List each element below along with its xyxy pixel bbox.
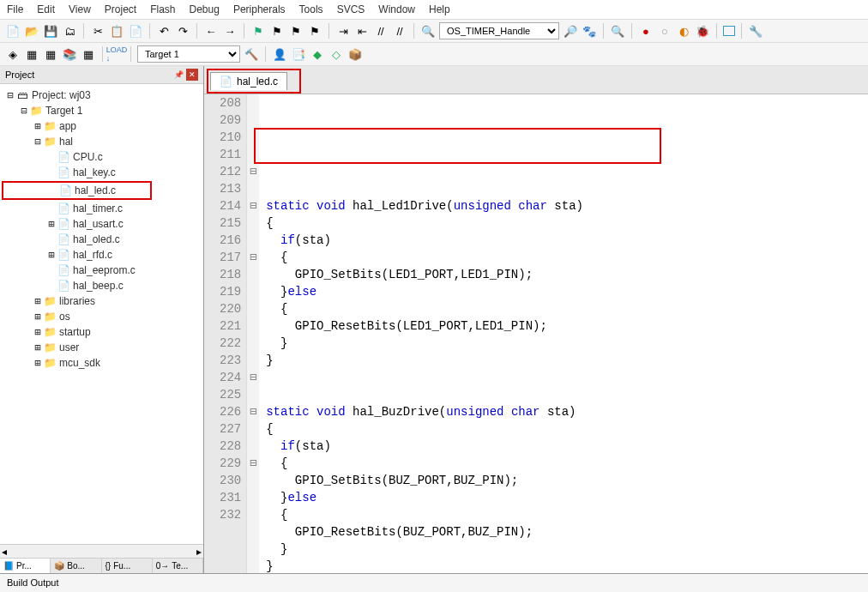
editor-tab-hal-led[interactable]: 📄 hal_led.c (210, 72, 287, 90)
search-combo[interactable]: OS_TIMER_Handle (439, 22, 559, 39)
tree-item-hal-eeprom-c[interactable]: 📄hal_eeprom.c (2, 263, 202, 278)
menu-edit[interactable]: Edit (37, 3, 55, 15)
code-line[interactable]: GPIO_ResetBits(LED1_PORT,LED1_PIN); (266, 317, 868, 335)
code-line[interactable]: if(sta) (266, 438, 868, 455)
tree-item-cpu-c[interactable]: 📄CPU.c (2, 149, 202, 165)
code-line[interactable]: GPIO_SetBits(BUZ_PORT,BUZ_PIN); (266, 472, 868, 489)
tree-expander[interactable]: ⊞ (33, 120, 43, 132)
build-icon[interactable]: ▦ (24, 46, 39, 62)
tree-item-mcu-sdk[interactable]: ⊞📁mcu_sdk (2, 355, 202, 371)
tree-item-target-1[interactable]: ⊟📁Target 1 (2, 103, 202, 118)
stop-build-icon[interactable]: ▦ (81, 46, 96, 62)
tree-item-libraries[interactable]: ⊞📁libraries (2, 293, 202, 309)
tree-item-hal-key-c[interactable]: 📄hal_key.c (2, 165, 202, 180)
code-line[interactable]: { (266, 300, 868, 317)
panel-tab-te[interactable]: 0→Te... (153, 559, 203, 573)
uncomment-icon[interactable]: // (392, 23, 407, 39)
tree-item-app[interactable]: ⊞📁app (2, 118, 202, 134)
tree-expander[interactable]: ⊞ (33, 311, 43, 323)
file-extensions-icon[interactable]: 📑 (291, 46, 306, 62)
breakpoint-insert-icon[interactable]: ● (638, 23, 654, 39)
incremental-find-icon[interactable]: 🐾 (582, 23, 597, 39)
fold-marker[interactable] (247, 317, 259, 335)
code-line[interactable]: } (266, 558, 868, 573)
panel-tab-fu[interactable]: {}Fu... (102, 559, 153, 573)
menu-svcs[interactable]: SVCS (337, 3, 365, 15)
code-line[interactable] (266, 386, 868, 403)
comment-icon[interactable]: // (373, 23, 389, 39)
tree-item-hal[interactable]: ⊟📁hal (2, 134, 202, 149)
code-line[interactable]: if(sta) (266, 232, 868, 249)
tree-expander[interactable]: ⊞ (33, 341, 43, 353)
code-line[interactable]: static void hal_BuzDrive(unsigned char s… (266, 403, 868, 420)
bookmark-next-icon[interactable]: ⚑ (288, 23, 304, 39)
fold-marker[interactable] (247, 438, 259, 455)
menu-view[interactable]: View (69, 3, 91, 15)
close-icon[interactable]: ✕ (186, 69, 198, 81)
fold-marker[interactable] (247, 266, 259, 283)
manage-project-icon[interactable]: 👤 (272, 46, 287, 62)
menu-tools[interactable]: Tools (299, 3, 323, 15)
menu-peripherals[interactable]: Peripherals (233, 3, 286, 15)
project-tree[interactable]: ⊟🗃Project: wj03⊟📁Target 1⊞📁app⊟📁hal📄CPU.… (0, 84, 203, 544)
panel-tab-bo[interactable]: 📦Bo... (51, 559, 101, 573)
translate-icon[interactable]: ◈ (5, 46, 21, 62)
copy-icon[interactable]: 📋 (109, 23, 124, 39)
breakpoint-disable-icon[interactable]: ◐ (676, 23, 691, 39)
tree-expander[interactable]: ⊞ (33, 295, 43, 307)
target-options-icon[interactable]: 🔨 (244, 46, 259, 62)
code-line[interactable]: { (266, 249, 868, 266)
rebuild-icon[interactable]: ▦ (43, 46, 58, 62)
fold-marker[interactable]: ⊟ (247, 369, 259, 386)
menu-help[interactable]: Help (429, 3, 450, 15)
code-line[interactable]: { (266, 420, 868, 438)
code-line[interactable] (266, 369, 868, 386)
code-line[interactable]: { (266, 506, 868, 523)
pack-installer-icon[interactable]: 📦 (347, 46, 363, 62)
fold-marker[interactable] (247, 214, 259, 232)
find-next-icon[interactable]: 🔎 (563, 23, 578, 39)
tree-item-user[interactable]: ⊞📁user (2, 340, 202, 355)
bookmark-clear-icon[interactable]: ⚑ (307, 23, 322, 39)
nav-back-icon[interactable]: ← (203, 23, 219, 39)
fold-marker[interactable] (247, 352, 259, 369)
redo-icon[interactable]: ↷ (175, 23, 190, 39)
tree-item-hal-rfd-c[interactable]: ⊞📄hal_rfd.c (2, 247, 202, 263)
tree-item-hal-beep-c[interactable]: 📄hal_beep.c (2, 278, 202, 293)
code-line[interactable] (266, 180, 868, 197)
tree-item-project--wj03[interactable]: ⊟🗃Project: wj03 (2, 88, 202, 103)
code-line[interactable]: GPIO_ResetBits(BUZ_PORT,BUZ_PIN); (266, 523, 868, 541)
tree-expander[interactable]: ⊞ (46, 249, 57, 261)
code-line[interactable]: } (266, 352, 868, 369)
fold-marker[interactable] (247, 94, 259, 112)
code-line[interactable]: { (266, 214, 868, 232)
tree-expander[interactable]: ⊞ (33, 357, 43, 369)
fold-marker[interactable] (247, 180, 259, 197)
tree-item-hal-timer-c[interactable]: 📄hal_timer.c (2, 201, 202, 216)
menu-debug[interactable]: Debug (190, 3, 220, 15)
tree-item-hal-usart-c[interactable]: ⊞📄hal_usart.c (2, 216, 202, 232)
indent-icon[interactable]: ⇥ (335, 23, 351, 39)
code-editor[interactable]: 2082092102112122132142152162172182192202… (204, 94, 868, 573)
fold-marker[interactable]: ⊟ (247, 163, 259, 180)
menu-flash[interactable]: Flash (150, 3, 175, 15)
code-line[interactable]: { (266, 455, 868, 472)
menu-project[interactable]: Project (105, 3, 136, 15)
outdent-icon[interactable]: ⇤ (354, 23, 370, 39)
find-icon[interactable]: 🔍 (420, 23, 436, 39)
horizontal-scrollbar[interactable]: ◂ ▸ (0, 544, 203, 558)
fold-marker[interactable]: ⊟ (247, 249, 259, 266)
undo-icon[interactable]: ↶ (156, 23, 172, 39)
tree-item-hal-led-c[interactable]: 📄hal_led.c (2, 181, 152, 200)
code-line[interactable]: } (266, 335, 868, 352)
fold-marker[interactable] (247, 232, 259, 249)
tree-expander[interactable]: ⊟ (5, 89, 15, 101)
code-line[interactable] (266, 163, 868, 180)
save-all-icon[interactable]: 🗂 (62, 23, 77, 39)
download-icon[interactable]: LOAD↓ (109, 46, 124, 62)
tree-expander[interactable]: ⊞ (33, 326, 43, 338)
select-packs-icon[interactable]: ◇ (329, 46, 344, 62)
cut-icon[interactable]: ✂ (90, 23, 105, 39)
fold-column[interactable]: ⊟⊟⊟⊟⊟⊟ (247, 94, 259, 573)
code-line[interactable]: }else (266, 489, 868, 506)
